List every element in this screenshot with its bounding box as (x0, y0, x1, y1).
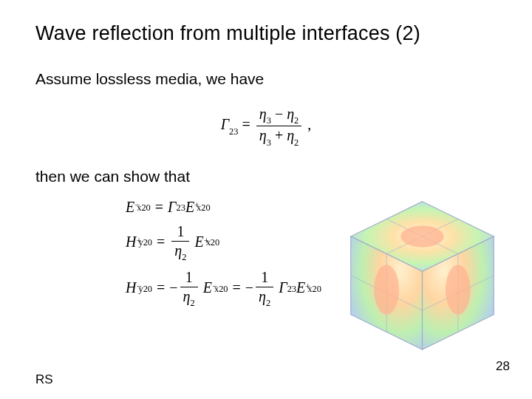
eta2-num: η (287, 106, 294, 122)
frac-1-eta2-c2: 1 η2 (256, 269, 273, 307)
page-number: 28 (496, 359, 510, 374)
eta2-c1: 2 (191, 298, 195, 308)
equation-gamma23: Γ23 = η3 − η2 η3 + η2 , (35, 106, 497, 147)
neg-c1: − (169, 279, 177, 296)
eta-c1: η (183, 288, 191, 304)
svg-point-11 (446, 265, 471, 315)
one-c1: 1 (183, 269, 196, 286)
E-mid-c-sub: x20 (214, 284, 228, 295)
eta2-b: 2 (182, 252, 186, 262)
eq-sign-c2: = (233, 279, 241, 296)
H-sub-y20-c: y20 (138, 284, 152, 295)
svg-point-10 (374, 265, 399, 315)
frac-1-eta2-c1: 1 η2 (180, 269, 198, 307)
gamma-c-sub: 23 (287, 284, 296, 295)
eta-b: η (174, 242, 182, 259)
H-sub-y20-b: y20 (138, 237, 152, 248)
decorative-cube-illustration (339, 190, 505, 356)
intro-line-2: then we can show that (35, 168, 497, 185)
gamma-symbol: Γ (221, 116, 229, 132)
eta2-den: η (287, 127, 294, 143)
eta3-num-sub: 3 (267, 115, 271, 126)
E-rhs-c: E (296, 279, 305, 296)
E-rhs-b-sub: x20 (206, 237, 220, 248)
eta3-num: η (259, 106, 267, 122)
gamma-sub: 23 (229, 126, 238, 137)
footer: RS (35, 372, 497, 387)
H-sym-b: H (126, 233, 136, 250)
E-sub-x20: x20 (137, 202, 151, 214)
slide: Wave reflection from multiple interfaces… (0, 0, 532, 399)
eq-sign-c1: = (157, 279, 165, 296)
eta3-den-sub: 3 (267, 137, 271, 148)
one-c2: 1 (258, 269, 271, 286)
eta2-den-sub: 2 (294, 137, 299, 148)
E-rhs-a: E (185, 199, 194, 216)
eta2-num-sub: 2 (294, 115, 299, 126)
E-mid-c: E (203, 279, 212, 296)
one-b: 1 (174, 223, 187, 240)
E-rhs-a-sub: x20 (197, 202, 211, 214)
E-sym: E (126, 199, 134, 216)
intro-line-1: Assume lossless media, we have (35, 70, 497, 88)
fraction-gamma: η3 − η2 η3 + η2 (256, 106, 302, 147)
minus-op: − (275, 106, 283, 122)
eq-sign-b: = (157, 233, 165, 250)
svg-point-9 (400, 225, 444, 247)
trailing-comma: , (307, 116, 311, 132)
frac-1-eta2-b: 1 η2 (171, 223, 189, 262)
eta3-den: η (259, 127, 267, 143)
H-sym-c: H (126, 279, 136, 296)
eta2-c2: 2 (266, 298, 270, 308)
gamma-c: Γ (279, 279, 287, 296)
gamma-a: Γ (168, 199, 176, 216)
footer-left: RS (35, 372, 53, 387)
gamma-a-sub: 23 (176, 202, 185, 214)
neg-c2: − (245, 279, 253, 296)
eta-c2: η (259, 288, 266, 304)
E-rhs-c-sub: x20 (307, 284, 321, 295)
equals-sign: = (242, 116, 253, 132)
plus-op: + (275, 127, 283, 143)
slide-title: Wave reflection from multiple interfaces… (35, 22, 497, 45)
E-rhs-b: E (194, 233, 203, 250)
eq-sign-a: = (155, 199, 163, 216)
